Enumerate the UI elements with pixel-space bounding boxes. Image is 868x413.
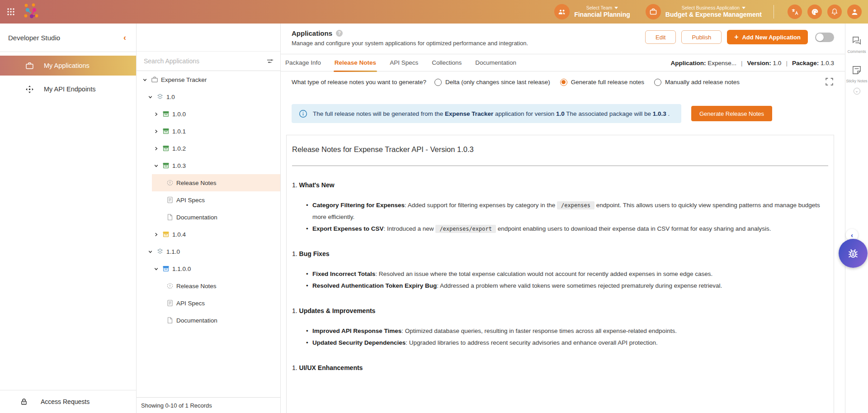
fullscreen-expand-icon[interactable] (825, 77, 834, 86)
tree-node-package-1-0-0[interactable]: 1.0.0 (137, 105, 280, 123)
release-badge-icon (166, 179, 174, 186)
tree-node-package-1-0-3[interactable]: 1.0.3 (137, 157, 280, 174)
document-title: Release Notes for Expense Tracker API - … (292, 145, 828, 154)
sidebar-collapse-icon[interactable]: ‹ (123, 33, 126, 42)
sidebar-item-label: My API Endpoints (44, 85, 95, 93)
search-input[interactable] (144, 57, 263, 65)
add-new-application-button[interactable]: + Add New Application (727, 30, 808, 44)
topbar: Select Team Financial Planning Select Bu… (0, 0, 868, 24)
tree-node-documentation[interactable]: Documentation (137, 209, 280, 226)
endpoint-code-chip: /expenses/export (435, 225, 496, 233)
tab-release-notes[interactable]: Release Notes (335, 54, 376, 71)
brand-logo-icon[interactable] (22, 3, 40, 21)
tree-node-package-1-0-2[interactable]: 1.0.2 (137, 140, 280, 157)
application-tree: Expense Tracker 1.0 1.0.0 1.0.1 1.0.2 1.… (137, 71, 280, 329)
tree-node-version-1-1-0[interactable]: 1.1.0 (137, 243, 280, 260)
chevron-down-icon[interactable] (146, 249, 154, 254)
feedback-widget: ‹ (838, 229, 868, 270)
chevron-right-icon[interactable] (152, 112, 160, 117)
topbar-divider (774, 5, 774, 19)
business-app-selector[interactable]: Select Business Application Budget & Exp… (646, 4, 762, 19)
package-icon-green (162, 128, 170, 135)
package-icon-green (162, 145, 170, 152)
radio-generate-full[interactable]: Generate full release notes (560, 79, 644, 86)
package-value: 1.0.3 (821, 60, 834, 66)
endpoint-code-chip: /expenses (557, 201, 594, 209)
section-heading-bug-fixes: 1. Bug Fixes (292, 250, 828, 257)
team-icon (554, 4, 570, 19)
tree-node-label: 1.0.0 (172, 111, 186, 118)
sticky-notes-tool[interactable]: Sticky Notes (845, 65, 868, 95)
chevron-right-icon[interactable] (152, 129, 160, 134)
radio-manual[interactable]: Manually add release notes (654, 79, 740, 86)
chevron-down-circle-icon[interactable]: ⌄ (854, 88, 860, 95)
team-selector[interactable]: Select Team Financial Planning (554, 4, 630, 19)
tree-node-release-notes[interactable]: Release Notes (137, 277, 280, 294)
language-translate-icon[interactable] (788, 5, 802, 19)
records-count: Showing 0-10 of 1 Records (137, 397, 280, 413)
tree-node-label: Expense Tracker (161, 76, 207, 83)
tree-node-documentation[interactable]: Documentation (137, 312, 280, 329)
generate-release-notes-button[interactable]: Generate Release Notes (691, 106, 772, 121)
version-label: Version: (747, 60, 771, 66)
section-heading-uiux: 1. UI/UX Enhancements (292, 364, 828, 371)
tree-node-package-1-0-1[interactable]: 1.0.1 (137, 123, 280, 140)
tree-node-label: Release Notes (176, 180, 217, 186)
chevron-down-icon[interactable] (141, 77, 148, 82)
tree-node-api-specs[interactable]: API Specs (137, 191, 280, 209)
radio-icon-checked[interactable] (560, 79, 567, 86)
applications-tree-panel: Expense Tracker 1.0 1.0.0 1.0.1 1.0.2 1.… (137, 24, 281, 413)
tab-documentation[interactable]: Documentation (475, 54, 516, 71)
layers-icon (156, 93, 164, 100)
divider (292, 166, 828, 166)
toggle-switch[interactable] (815, 33, 834, 42)
tree-node-label: 1.0 (166, 94, 175, 100)
info-banner: The full release notes will be generated… (292, 104, 681, 123)
comments-tool[interactable]: Comments (845, 35, 868, 54)
tab-collections[interactable]: Collections (432, 54, 462, 71)
publish-button[interactable]: Publish (681, 30, 722, 44)
release-badge-icon (166, 282, 174, 290)
notifications-bell-icon[interactable] (827, 5, 842, 19)
edit-button[interactable]: Edit (645, 30, 676, 44)
chevron-right-icon[interactable] (152, 146, 160, 151)
radio-icon[interactable] (434, 79, 442, 86)
radio-delta[interactable]: Delta (only changes since last release) (434, 79, 550, 86)
theme-palette-icon[interactable] (807, 5, 822, 19)
sidebar-item-access-requests[interactable]: Access Requests (0, 390, 136, 413)
release-notes-document: Release Notes for Expense Tracker API - … (286, 135, 834, 413)
tree-node-package-1-0-4[interactable]: 1.0.4 (137, 226, 280, 243)
tree-node-api-specs[interactable]: API Specs (137, 294, 280, 312)
sidebar-item-my-applications[interactable]: My Applications (0, 56, 136, 76)
tree-node-package-1-1-0-0[interactable]: 1.1.0.0 (137, 260, 280, 277)
chevron-down-icon[interactable] (152, 266, 160, 271)
chevron-down-icon[interactable] (152, 163, 160, 168)
tree-node-expense-tracker[interactable]: Expense Tracker (137, 71, 280, 88)
briefcase-icon (151, 76, 158, 83)
chevron-down-icon[interactable] (146, 95, 154, 100)
tree-node-label: 1.1.0 (166, 248, 180, 255)
filter-icon[interactable] (266, 57, 274, 65)
tab-package-info[interactable]: Package Info (285, 54, 321, 71)
sidebar-item-my-api-endpoints[interactable]: My API Endpoints (0, 79, 136, 99)
tab-api-specs[interactable]: API Specs (390, 54, 418, 71)
tree-node-version-1-0[interactable]: 1.0 (137, 88, 280, 105)
sidebar: Developer Studio ‹ My Applications My AP… (0, 24, 137, 413)
bug-icon (846, 247, 860, 260)
user-avatar-icon[interactable] (847, 5, 862, 19)
tree-node-release-notes-selected[interactable]: Release Notes (137, 174, 280, 191)
apps-grid-icon[interactable] (6, 7, 15, 16)
radio-icon[interactable] (654, 79, 661, 86)
release-note-item: Category Filtering for Expenses: Added s… (306, 199, 826, 223)
report-bug-button[interactable] (839, 239, 868, 268)
help-icon[interactable]: ? (336, 30, 343, 37)
lock-icon (20, 398, 28, 406)
radio-label: Manually add release notes (665, 79, 740, 85)
chevron-right-icon[interactable] (152, 232, 160, 237)
comments-icon (851, 35, 862, 46)
tree-node-label: 1.0.4 (172, 231, 186, 238)
tree-node-label: Release Notes (176, 283, 217, 290)
tree-node-label: Documentation (176, 317, 217, 324)
release-note-item: Resolved Authentication Token Expiry Bug… (306, 280, 826, 292)
info-icon (299, 109, 307, 118)
